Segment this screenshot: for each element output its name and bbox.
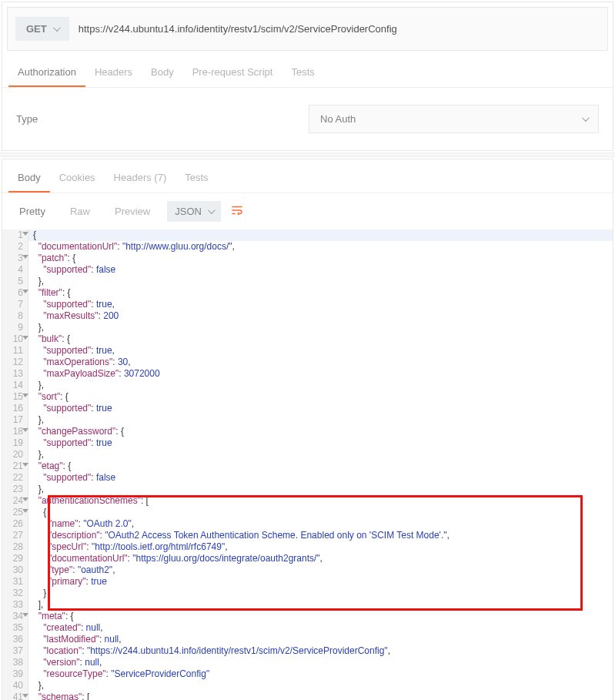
fold-icon[interactable]: [22, 463, 28, 467]
code-line: 31 "primary": true: [2, 576, 613, 588]
code-text: "created": null,: [28, 622, 613, 634]
code-text: "resourceType": "ServiceProviderConfig": [28, 668, 613, 680]
fold-icon[interactable]: [22, 509, 28, 513]
code-text: "documentationUrl": "http://www.gluu.org…: [28, 241, 613, 253]
line-number: 4: [2, 264, 28, 276]
code-line: 37 "location": "https://v244.ubuntu14.in…: [2, 645, 613, 657]
method-selector[interactable]: GET: [15, 17, 69, 41]
code-line: 22 "supported": false: [2, 472, 613, 484]
fold-icon[interactable]: [22, 290, 28, 293]
fold-icon[interactable]: [22, 497, 28, 501]
code-line: 33 ],: [2, 599, 613, 611]
code-text: "documentationUrl": "https://gluu.org/do…: [28, 553, 613, 564]
code-text: "supported": true: [28, 437, 613, 449]
code-text: "version": null,: [28, 657, 613, 668]
line-number: 29: [2, 553, 28, 564]
line-number: 14: [2, 380, 28, 391]
code-line: 11 "supported": true,: [2, 345, 613, 357]
code-text: "primary": true: [28, 576, 613, 588]
code-line: 15 "sort": {: [2, 391, 613, 403]
response-tab-tests[interactable]: Tests: [175, 164, 217, 193]
fold-icon[interactable]: [22, 613, 28, 617]
view-pretty[interactable]: Pretty: [12, 201, 53, 222]
line-number: 21: [2, 461, 28, 472]
fold-icon[interactable]: [22, 232, 28, 236]
tab-pre-request-script[interactable]: Pre-request Script: [183, 59, 282, 87]
code-text: "supported": true: [28, 403, 613, 414]
fold-icon[interactable]: [22, 428, 28, 432]
code-text: "bulk": {: [28, 333, 613, 345]
line-number: 34: [2, 611, 28, 622]
request-tabs: AuthorizationHeadersBodyPre-request Scri…: [2, 55, 613, 88]
response-tab-body[interactable]: Body: [8, 164, 50, 193]
code-text: "filter": {: [28, 287, 613, 299]
view-raw[interactable]: Raw: [62, 201, 98, 222]
auth-type-label: Type: [16, 113, 309, 125]
url-input[interactable]: [79, 18, 600, 39]
line-number: 41: [2, 692, 28, 700]
code-line: 6 "filter": {: [2, 287, 613, 299]
line-number: 18: [2, 426, 28, 437]
response-body[interactable]: 1{2 "documentationUrl": "http://www.gluu…: [2, 229, 613, 700]
line-number: 37: [2, 645, 28, 657]
code-text: "supported": true,: [28, 299, 613, 310]
code-text: },: [28, 449, 613, 461]
line-number: 40: [2, 680, 28, 692]
code-text: },: [28, 414, 613, 426]
response-tab-headers[interactable]: Headers (7): [105, 164, 176, 193]
code-line: 9 },: [2, 322, 613, 333]
line-number: 38: [2, 657, 28, 668]
tab-body[interactable]: Body: [142, 59, 183, 87]
wrap-lines-button[interactable]: [230, 203, 244, 220]
line-number: 28: [2, 541, 28, 553]
code-line: 25 {: [2, 507, 613, 518]
line-number: 11: [2, 345, 28, 357]
code-text: "authenticationSchemes": [: [28, 495, 613, 507]
code-text: "maxResults": 200: [28, 310, 613, 322]
auth-selected: No Auth: [320, 113, 356, 125]
code-text: "maxPayloadSize": 3072000: [28, 368, 613, 380]
response-tab-cookies[interactable]: Cookies: [50, 164, 105, 193]
body-format-label: JSON: [175, 206, 202, 217]
code-text: {: [28, 229, 613, 241]
code-line: 1{: [2, 229, 613, 241]
view-toolbar: Pretty Raw Preview JSON: [2, 193, 613, 229]
line-number: 26: [2, 518, 28, 530]
code-line: 14 },: [2, 380, 613, 391]
fold-icon[interactable]: [22, 336, 28, 340]
line-number: 7: [2, 299, 28, 310]
code-line: 28 "specUrl": "http://tools.ietf.org/htm…: [2, 541, 613, 553]
line-number: 39: [2, 668, 28, 680]
fold-icon[interactable]: [22, 255, 28, 259]
code-text: "etag": {: [28, 461, 613, 472]
code-text: },: [28, 680, 613, 692]
line-number: 10: [2, 333, 28, 345]
code-line: 36 "lastModified": null,: [2, 634, 613, 645]
line-number: 22: [2, 472, 28, 484]
code-line: 38 "version": null,: [2, 657, 613, 668]
method-label: GET: [26, 23, 47, 35]
tab-tests[interactable]: Tests: [282, 59, 323, 87]
code-line: 24 "authenticationSchemes": [: [2, 495, 613, 507]
code-line: 10 "bulk": {: [2, 333, 613, 345]
line-number: 27: [2, 530, 28, 541]
auth-type-select[interactable]: No Auth: [309, 105, 599, 133]
code-text: "description": "OAuth2 Access Token Auth…: [28, 530, 613, 541]
tab-headers[interactable]: Headers: [85, 59, 142, 87]
line-number: 16: [2, 403, 28, 414]
fold-icon[interactable]: [22, 394, 28, 397]
code-text: "specUrl": "http://tools.ietf.org/html/r…: [28, 541, 613, 553]
code-line: 23 },: [2, 484, 613, 495]
line-number: 12: [2, 357, 28, 368]
line-number: 33: [2, 599, 28, 611]
response-tabs: BodyCookiesHeaders (7)Tests: [2, 159, 613, 193]
chevron-down-icon: [53, 24, 61, 32]
code-line: 17 },: [2, 414, 613, 426]
body-format-select[interactable]: JSON: [167, 201, 221, 222]
view-preview[interactable]: Preview: [107, 201, 158, 222]
code-line: 12 "maxOperations": 30,: [2, 357, 613, 368]
fold-icon[interactable]: [22, 694, 28, 698]
tab-authorization[interactable]: Authorization: [8, 59, 85, 87]
code-text: "maxOperations": 30,: [28, 357, 613, 368]
chevron-down-icon: [208, 206, 216, 214]
